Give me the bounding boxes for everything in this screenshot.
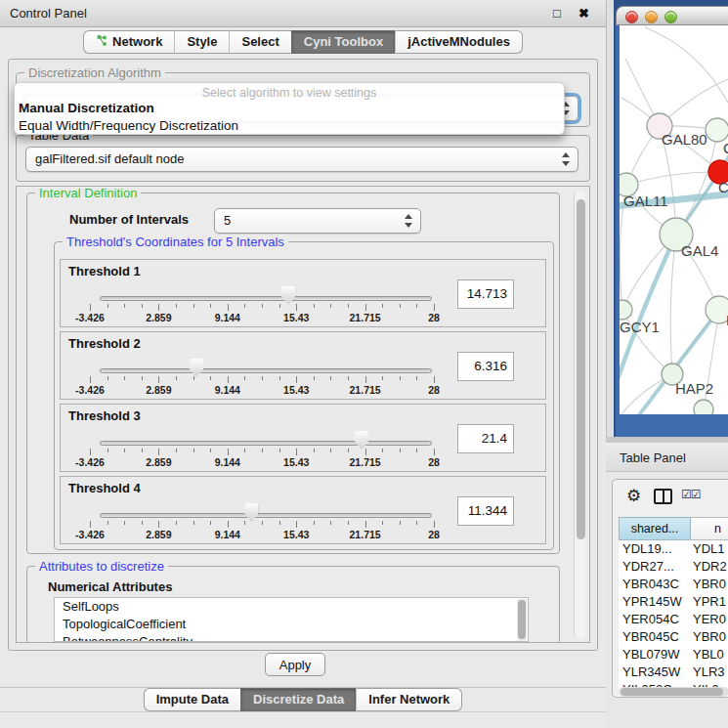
attributes-scrollbar[interactable] xyxy=(517,599,527,642)
table-horizontal-scrollbar[interactable] xyxy=(619,687,728,697)
table-data-combobox[interactable]: galFiltered.sif default node xyxy=(25,147,578,172)
tick-mark xyxy=(228,521,229,528)
tick-label: 21.715 xyxy=(336,312,395,323)
tab-impute-data[interactable]: Impute Data xyxy=(144,688,240,711)
cell-name: YDR2 xyxy=(693,559,727,574)
tab-select[interactable]: Select xyxy=(229,30,290,54)
close-icon[interactable]: ✖ xyxy=(578,6,589,21)
tab-network[interactable]: Network xyxy=(83,30,174,54)
minimize-traffic-light-icon[interactable] xyxy=(645,11,658,23)
cell-name: YLR3 xyxy=(693,664,725,679)
split-view-icon[interactable] xyxy=(654,489,672,504)
tick-mark xyxy=(158,376,159,383)
panel-title: Control Panel xyxy=(10,6,87,21)
select-columns-icon[interactable]: ☑☑ xyxy=(681,488,701,501)
slider-handle[interactable] xyxy=(281,286,295,305)
panel-scrollbar[interactable] xyxy=(574,190,585,639)
tick-mark xyxy=(382,521,383,525)
threshold-value-field[interactable]: 11.344 xyxy=(457,496,514,526)
column-header-shared-name[interactable]: shared... xyxy=(619,517,691,540)
tab-style[interactable]: Style xyxy=(174,30,229,54)
attribute-item[interactable]: TopologicalCoefficient xyxy=(55,616,528,633)
tick-label: 9.144 xyxy=(198,312,257,323)
table-row[interactable]: YBR045CYBR0 xyxy=(619,628,728,646)
attribute-item[interactable]: BetweennessCentrality xyxy=(55,633,528,642)
tick-mark xyxy=(124,304,125,308)
attribute-item[interactable]: SelfLoops xyxy=(55,598,528,616)
number-of-intervals-value: 5 xyxy=(224,213,231,228)
bottom-tab-bar: Impute DataDiscretize DataInfer Network xyxy=(0,688,606,711)
tick-mark xyxy=(228,449,229,455)
tick-mark xyxy=(210,304,211,308)
slider-track[interactable] xyxy=(100,296,432,301)
cell-shared-name: YLR345W xyxy=(622,664,680,679)
interval-definition-label: Interval Definition xyxy=(35,186,141,200)
apply-button[interactable]: Apply xyxy=(265,653,325,676)
popup-option-equal-width[interactable]: Equal Width/Frequency Discretization xyxy=(19,118,238,133)
tick-label: -3.426 xyxy=(61,529,119,540)
slider-handle[interactable] xyxy=(190,359,203,377)
tick-mark xyxy=(279,449,280,452)
float-window-icon[interactable]: □ xyxy=(553,6,561,21)
network-node-h[interactable] xyxy=(706,296,728,323)
slider-handle[interactable] xyxy=(355,431,368,450)
tick-label: 21.715 xyxy=(336,529,395,540)
gear-icon[interactable]: ⚙ xyxy=(626,486,641,506)
numerical-attributes-list[interactable]: SelfLoopsTopologicalCoefficientBetweenne… xyxy=(54,597,529,642)
tick-mark xyxy=(262,521,263,525)
tab-discretize-data[interactable]: Discretize Data xyxy=(240,688,356,711)
tick-label: 15.43 xyxy=(267,312,325,323)
tick-mark xyxy=(365,304,366,311)
threshold-value-field[interactable]: 14.713 xyxy=(457,279,514,309)
tab-infer-network[interactable]: Infer Network xyxy=(356,688,462,711)
tick-mark xyxy=(158,449,159,455)
node-label: GAL4 xyxy=(681,242,718,259)
tab-label: Style xyxy=(187,34,217,49)
table-row[interactable]: YBL079WYBL0 xyxy=(619,646,728,664)
tab-jactivemnodules[interactable]: jActiveMNodules xyxy=(395,30,523,54)
numerical-attributes-label: Numerical Attributes xyxy=(48,579,172,594)
table-row[interactable]: YBR043CYBR0 xyxy=(619,576,728,593)
tick-mark xyxy=(124,376,125,380)
slider-track[interactable] xyxy=(100,368,432,373)
zoom-traffic-light-icon[interactable] xyxy=(664,11,677,23)
network-node-g[interactable] xyxy=(706,118,728,142)
slider-track[interactable] xyxy=(100,513,432,518)
tick-mark xyxy=(296,376,297,383)
table-row[interactable]: YPR145WYPR1 xyxy=(619,593,728,611)
number-of-intervals-combobox[interactable]: 5 xyxy=(214,208,421,234)
tick-mark xyxy=(176,521,177,525)
tick-mark xyxy=(142,449,143,452)
tick-mark xyxy=(348,376,349,380)
threshold-label: Threshold 1 xyxy=(68,264,141,278)
threshold-value-field[interactable]: 21.4 xyxy=(457,424,514,453)
tick-mark xyxy=(107,449,108,452)
table-row[interactable]: YDL19...YDL1 xyxy=(619,540,728,558)
table-rows: YDL19...YDL1YDR27...YDR2YBR043CYBR0YPR14… xyxy=(619,540,728,698)
tick-mark xyxy=(90,304,91,311)
top-tab-bar: NetworkStyleSelectCyni ToolboxjActiveMNo… xyxy=(0,30,606,54)
slider-track[interactable] xyxy=(100,441,432,446)
tab-cyni-toolbox[interactable]: Cyni Toolbox xyxy=(291,30,395,54)
threshold-box-4: Threshold 4-3.4262.8599.14415.4321.71528… xyxy=(60,476,546,544)
tick-mark xyxy=(244,449,245,452)
cell-shared-name: YBR043C xyxy=(622,577,679,591)
table-row[interactable]: YLR345WYLR3 xyxy=(619,664,728,681)
slider-handle[interactable] xyxy=(244,503,258,522)
table-panel-title: Table Panel xyxy=(620,450,686,465)
discretization-algorithm-label: Discretization Algorithm xyxy=(24,65,165,80)
close-traffic-light-icon[interactable] xyxy=(625,11,638,23)
network-window-titlebar[interactable] xyxy=(616,6,728,25)
combo-stepper-icon xyxy=(404,213,414,229)
popup-option-manual[interactable]: Manual Discretization xyxy=(19,101,154,115)
tick-mark xyxy=(228,304,229,311)
network-canvas[interactable]: GAL80GCGAL11GAL4GCY1HHAP2 xyxy=(614,0,728,437)
column-header-name[interactable]: n xyxy=(691,517,728,540)
tick-label: -3.426 xyxy=(61,312,119,323)
threshold-value-field[interactable]: 6.316 xyxy=(457,352,514,381)
table-row[interactable]: YER054CYER0 xyxy=(619,611,728,628)
table-row[interactable]: YDR27...YDR2 xyxy=(619,558,728,576)
tick-mark xyxy=(262,376,263,380)
control-panel: Control Panel □ ✖ NetworkStyleSelectCyni… xyxy=(0,0,606,728)
cell-name: YDL1 xyxy=(693,541,725,556)
